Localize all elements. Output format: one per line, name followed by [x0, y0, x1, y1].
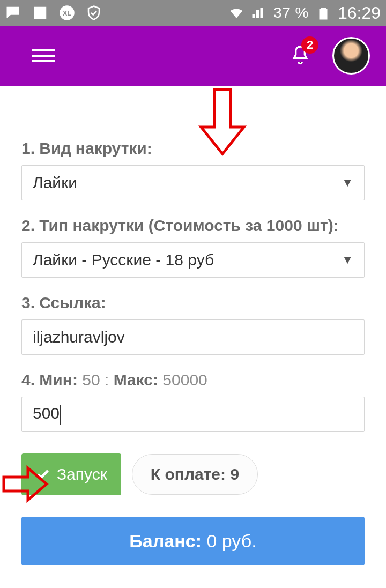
launch-button[interactable]: Запуск — [21, 453, 121, 495]
chat-icon — [5, 5, 21, 21]
notification-badge: 2 — [301, 36, 318, 54]
select-value: Лайки - Русские - 18 руб — [33, 251, 214, 269]
quantity-input[interactable]: 500 — [21, 397, 365, 432]
quantity-value: 500 — [33, 404, 60, 422]
chevron-down-icon: ▼ — [342, 176, 353, 190]
app-header: 2 — [0, 26, 386, 86]
balance-value: 0 руб. — [206, 531, 256, 551]
wifi-icon — [228, 5, 244, 21]
check-icon — [35, 467, 50, 482]
notifications-button[interactable]: 2 — [290, 43, 311, 69]
to-pay-pill: К оплате: 9 — [132, 454, 258, 495]
form-container: 1. Вид накрутки: Лайки ▼ 2. Тип накрутки… — [0, 86, 386, 587]
field2-label: 2. Тип накрутки (Стоимость за 1000 шт): — [21, 217, 365, 235]
chevron-down-icon: ▼ — [342, 253, 353, 267]
link-value: iljazhuravljov — [33, 328, 125, 346]
xl-icon: XL — [59, 5, 75, 21]
signal-icon — [251, 5, 267, 21]
launch-label: Запуск — [57, 465, 107, 483]
field1-label: 1. Вид накрутки: — [21, 139, 365, 158]
battery-percent: 37 % — [273, 4, 309, 21]
svg-text:XL: XL — [63, 10, 71, 17]
avatar[interactable] — [332, 37, 370, 75]
balance-label: Баланс: — [129, 531, 202, 551]
image-icon — [32, 5, 48, 21]
android-status-bar: XL 37 % 16:29 — [0, 0, 386, 26]
link-input[interactable]: iljazhuravljov — [21, 319, 365, 355]
select-value: Лайки — [33, 174, 77, 192]
boost-kind-select[interactable]: Лайки ▼ — [21, 165, 365, 200]
status-clock: 16:29 — [338, 3, 381, 23]
field4-label: 4. Мин: 50 : Макс: 50000 — [21, 371, 365, 389]
balance-button[interactable]: Баланс: 0 руб. — [21, 517, 365, 565]
battery-icon — [315, 5, 331, 21]
field3-label: 3. Ссылка: — [21, 294, 365, 312]
shield-icon — [86, 5, 102, 21]
text-cursor — [60, 405, 61, 425]
boost-type-select[interactable]: Лайки - Русские - 18 руб ▼ — [21, 242, 365, 278]
menu-icon[interactable] — [32, 49, 55, 62]
